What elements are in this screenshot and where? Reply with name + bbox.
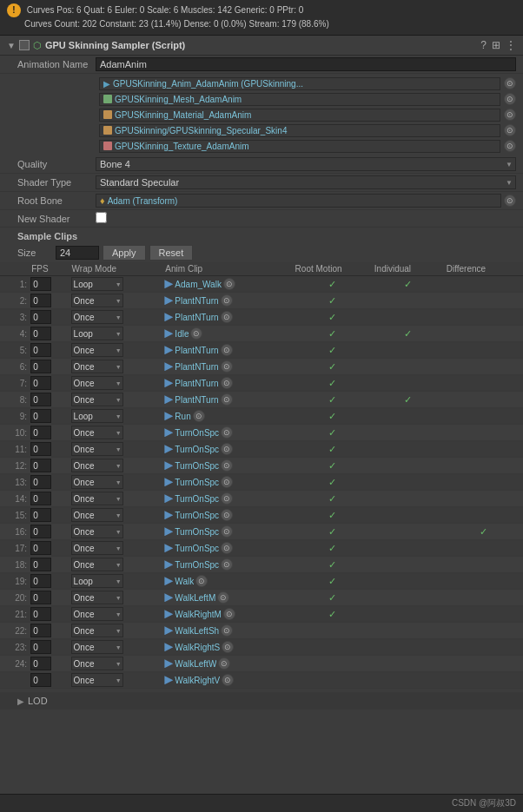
wrap-mode-select[interactable]: LoopOncePingPongDefaultClampForever — [71, 426, 123, 439]
fps-input[interactable] — [30, 673, 51, 687]
help-button[interactable]: ? — [480, 39, 487, 51]
wrap-mode-select-wrapper[interactable]: LoopOncePingPongDefaultClampForever — [71, 574, 123, 588]
wrap-mode-select[interactable]: LoopOncePingPongDefaultClampForever — [71, 459, 123, 472]
wrap-mode-select-wrapper[interactable]: LoopOncePingPongDefaultClampForever — [71, 393, 123, 406]
wrap-mode-select-wrapper[interactable]: LoopOncePingPongDefaultClampForever — [71, 657, 123, 670]
wrap-mode-select[interactable]: LoopOncePingPongDefaultClampForever — [71, 492, 123, 505]
clip-select-btn[interactable]: ⊙ — [221, 393, 233, 406]
wrap-mode-select-wrapper[interactable]: LoopOncePingPongDefaultClampForever — [71, 376, 123, 390]
clip-select-btn[interactable]: ⊙ — [221, 476, 233, 488]
clip-select-btn[interactable]: ⊙ — [221, 558, 233, 571]
quality-select[interactable]: Bone 4 Bone 2 Bone 1 — [96, 157, 516, 171]
clip-select-btn[interactable]: ⊙ — [221, 294, 233, 307]
clip-select-btn[interactable]: ⊙ — [221, 624, 233, 637]
component-header[interactable]: ▼ ⬡ GPU Skinning Sampler (Script) ? ⊞ ⋮ — [0, 36, 523, 56]
wrap-mode-select-wrapper[interactable]: LoopOncePingPongDefaultClampForever — [71, 277, 123, 291]
wrap-mode-select[interactable]: LoopOncePingPongDefaultClampForever — [71, 310, 123, 324]
clip-select-btn[interactable]: ⊙ — [221, 344, 233, 356]
wrap-mode-select[interactable]: LoopOncePingPongDefaultClampForever — [71, 442, 123, 456]
wrap-mode-select-wrapper[interactable]: LoopOncePingPongDefaultClampForever — [71, 541, 123, 555]
quality-select-wrapper[interactable]: Bone 4 Bone 2 Bone 1 — [96, 157, 516, 171]
fps-input[interactable] — [30, 294, 51, 307]
shader-type-select-wrapper[interactable]: Standard Specular Standard Unlit — [96, 175, 516, 189]
wrap-mode-select[interactable]: LoopOncePingPongDefaultClampForever — [71, 624, 123, 637]
menu-button[interactable]: ⋮ — [506, 39, 516, 51]
clip-select-btn[interactable]: ⊙ — [221, 426, 233, 439]
lod-row[interactable]: ▶ LOD — [0, 692, 523, 710]
wrap-mode-select-wrapper[interactable]: LoopOncePingPongDefaultClampForever — [71, 508, 123, 522]
clip-select-btn[interactable]: ⊙ — [221, 459, 233, 472]
wrap-mode-select-wrapper[interactable]: LoopOncePingPongDefaultClampForever — [71, 640, 123, 654]
fps-input[interactable] — [30, 508, 51, 522]
wrap-mode-select[interactable]: LoopOncePingPongDefaultClampForever — [71, 657, 123, 670]
fps-input[interactable] — [30, 541, 51, 555]
fps-input[interactable] — [30, 360, 51, 373]
fps-input[interactable] — [30, 376, 51, 390]
clip-select-btn[interactable]: ⊙ — [221, 492, 233, 505]
fps-input[interactable] — [30, 459, 51, 472]
fps-input[interactable] — [30, 492, 51, 505]
wrap-mode-select-wrapper[interactable]: LoopOncePingPongDefaultClampForever — [71, 294, 123, 307]
clip-select-btn[interactable]: ⊙ — [223, 278, 235, 290]
fps-input[interactable] — [30, 442, 51, 456]
clip-select-btn[interactable]: ⊙ — [222, 641, 234, 653]
layout-button[interactable]: ⊞ — [492, 39, 500, 51]
fps-input[interactable] — [30, 657, 51, 670]
wrap-mode-select[interactable]: LoopOncePingPongDefaultClampForever — [71, 409, 123, 423]
fps-input[interactable] — [30, 624, 51, 637]
reset-button[interactable]: Reset — [149, 245, 194, 261]
fps-input[interactable] — [30, 558, 51, 571]
anim-ref-btn-4[interactable]: ⊙ — [504, 140, 516, 152]
wrap-mode-select-wrapper[interactable]: LoopOncePingPongDefaultClampForever — [71, 558, 123, 571]
fps-input[interactable] — [30, 574, 51, 588]
wrap-mode-select-wrapper[interactable]: LoopOncePingPongDefaultClampForever — [71, 492, 123, 505]
wrap-mode-select-wrapper[interactable]: LoopOncePingPongDefaultClampForever — [71, 409, 123, 423]
wrap-mode-select[interactable]: LoopOncePingPongDefaultClampForever — [71, 327, 123, 340]
wrap-mode-select[interactable]: LoopOncePingPongDefaultClampForever — [71, 294, 123, 307]
anim-ref-btn-0[interactable]: ⊙ — [504, 77, 516, 89]
fps-input[interactable] — [30, 310, 51, 324]
wrap-mode-select-wrapper[interactable]: LoopOncePingPongDefaultClampForever — [71, 624, 123, 637]
animation-name-input[interactable] — [96, 57, 516, 71]
wrap-mode-select-wrapper[interactable]: LoopOncePingPongDefaultClampForever — [71, 525, 123, 538]
wrap-mode-select-wrapper[interactable]: LoopOncePingPongDefaultClampForever — [71, 459, 123, 472]
wrap-mode-select[interactable]: LoopOncePingPongDefaultClampForever — [71, 525, 123, 538]
wrap-mode-select-wrapper[interactable]: LoopOncePingPongDefaultClampForever — [71, 673, 123, 687]
fps-input[interactable] — [30, 640, 51, 654]
wrap-mode-select-wrapper[interactable]: LoopOncePingPongDefaultClampForever — [71, 591, 123, 604]
clip-select-btn[interactable]: ⊙ — [195, 575, 208, 587]
wrap-mode-select-wrapper[interactable]: LoopOncePingPongDefaultClampForever — [71, 607, 123, 621]
wrap-mode-select[interactable]: LoopOncePingPongDefaultClampForever — [71, 574, 123, 588]
wrap-mode-select[interactable]: LoopOncePingPongDefaultClampForever — [71, 360, 123, 373]
anim-ref-btn-3[interactable]: ⊙ — [504, 124, 516, 136]
clip-select-btn[interactable]: ⊙ — [223, 608, 235, 620]
anim-ref-btn-1[interactable]: ⊙ — [504, 93, 516, 105]
fps-input[interactable] — [30, 607, 51, 621]
wrap-mode-select-wrapper[interactable]: LoopOncePingPongDefaultClampForever — [71, 343, 123, 357]
wrap-mode-select-wrapper[interactable]: LoopOncePingPongDefaultClampForever — [71, 360, 123, 373]
shader-type-select[interactable]: Standard Specular Standard Unlit — [96, 175, 516, 189]
size-input[interactable] — [56, 246, 99, 260]
wrap-mode-select[interactable]: LoopOncePingPongDefaultClampForever — [71, 558, 123, 571]
anim-ref-btn-2[interactable]: ⊙ — [504, 109, 516, 121]
wrap-mode-select-wrapper[interactable]: LoopOncePingPongDefaultClampForever — [71, 327, 123, 340]
wrap-mode-select-wrapper[interactable]: LoopOncePingPongDefaultClampForever — [71, 310, 123, 324]
wrap-mode-select-wrapper[interactable]: LoopOncePingPongDefaultClampForever — [71, 475, 123, 489]
wrap-mode-select-wrapper[interactable]: LoopOncePingPongDefaultClampForever — [71, 426, 123, 439]
wrap-mode-select[interactable]: LoopOncePingPongDefaultClampForever — [71, 376, 123, 390]
clip-select-btn[interactable]: ⊙ — [218, 657, 230, 670]
fps-input[interactable] — [30, 409, 51, 423]
clip-select-btn[interactable]: ⊙ — [221, 542, 233, 554]
clip-select-btn[interactable]: ⊙ — [190, 327, 202, 340]
clip-select-btn[interactable]: ⊙ — [193, 410, 205, 422]
fps-input[interactable] — [30, 277, 51, 291]
wrap-mode-select[interactable]: LoopOncePingPongDefaultClampForever — [71, 475, 123, 489]
wrap-mode-select[interactable]: LoopOncePingPongDefaultClampForever — [71, 640, 123, 654]
fps-input[interactable] — [30, 393, 51, 406]
wrap-mode-select-wrapper[interactable]: LoopOncePingPongDefaultClampForever — [71, 442, 123, 456]
component-enable-checkbox[interactable] — [19, 40, 30, 50]
fps-input[interactable] — [30, 343, 51, 357]
clip-select-btn[interactable]: ⊙ — [221, 360, 233, 373]
wrap-mode-select[interactable]: LoopOncePingPongDefaultClampForever — [71, 508, 123, 522]
fps-input[interactable] — [30, 426, 51, 439]
